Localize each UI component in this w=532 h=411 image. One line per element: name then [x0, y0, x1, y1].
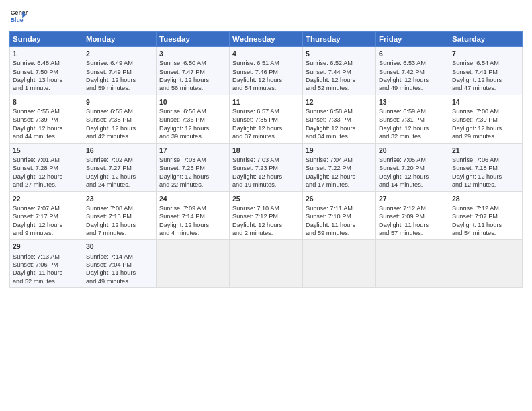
day-info-line: Sunrise: 7:00 AM: [452, 107, 519, 116]
day-info-line: and 39 minutes.: [159, 132, 226, 140]
day-info-line: Sunset: 7:25 PM: [159, 164, 226, 172]
calendar-cell: 7Sunrise: 6:54 AMSunset: 7:41 PMDaylight…: [449, 47, 523, 95]
column-header-sunday: Sunday: [10, 32, 83, 47]
day-info-line: Sunrise: 7:11 AM: [306, 204, 373, 212]
day-info-line: Sunrise: 7:12 AM: [379, 204, 446, 212]
day-info-line: Sunrise: 7:14 AM: [86, 253, 153, 261]
calendar-cell: 10Sunrise: 6:56 AMSunset: 7:36 PMDayligh…: [157, 95, 230, 143]
calendar-week-row: 22Sunrise: 7:07 AMSunset: 7:17 PMDayligh…: [10, 191, 523, 240]
day-info-line: Sunrise: 6:50 AM: [159, 59, 226, 67]
day-info-line: Daylight: 12 hours: [232, 124, 300, 132]
day-info-line: Sunrise: 6:51 AM: [232, 59, 300, 67]
day-info-line: Daylight: 12 hours: [159, 221, 226, 229]
day-number: 27: [379, 194, 446, 203]
day-number: 14: [452, 97, 519, 107]
day-info-line: Sunset: 7:04 PM: [86, 261, 153, 269]
calendar-week-row: 8Sunrise: 6:55 AMSunset: 7:39 PMDaylight…: [10, 95, 523, 143]
day-info-line: and 19 minutes.: [232, 181, 300, 189]
day-info-line: Daylight: 12 hours: [159, 173, 226, 181]
day-info-line: Sunset: 7:44 PM: [306, 68, 373, 76]
day-info-line: Daylight: 11 hours: [306, 221, 373, 229]
day-info-line: Daylight: 12 hours: [306, 124, 373, 132]
day-info-line: Daylight: 12 hours: [452, 124, 519, 132]
day-info-line: and 59 minutes.: [306, 229, 373, 237]
calendar-cell: 28Sunrise: 7:12 AMSunset: 7:07 PMDayligh…: [449, 191, 523, 240]
day-info-line: and 56 minutes.: [159, 84, 226, 92]
day-info-line: Daylight: 11 hours: [379, 221, 446, 229]
day-info-line: Daylight: 12 hours: [232, 173, 300, 181]
day-info-line: Daylight: 12 hours: [159, 76, 226, 84]
day-info-line: Daylight: 12 hours: [379, 173, 446, 181]
day-info-line: Daylight: 12 hours: [86, 221, 153, 229]
calendar-cell: 29Sunrise: 7:13 AMSunset: 7:06 PMDayligh…: [10, 240, 83, 288]
day-info-line: Sunset: 7:42 PM: [379, 68, 446, 76]
day-info-line: Sunrise: 7:10 AM: [232, 204, 300, 212]
day-number: 8: [13, 97, 80, 107]
day-info-line: and 1 minute.: [13, 84, 80, 92]
day-info-line: and 34 minutes.: [306, 132, 373, 140]
calendar-cell: [230, 240, 303, 288]
day-info-line: Sunset: 7:23 PM: [232, 164, 300, 172]
day-number: 9: [86, 97, 153, 107]
day-number: 26: [306, 194, 373, 203]
calendar-cell: 19Sunrise: 7:04 AMSunset: 7:22 PMDayligh…: [303, 143, 376, 191]
day-info-line: Sunrise: 7:03 AM: [232, 156, 300, 164]
day-info-line: Sunset: 7:31 PM: [379, 116, 446, 124]
day-info-line: Sunrise: 7:03 AM: [159, 156, 226, 164]
day-info-line: and 54 minutes.: [232, 84, 300, 92]
day-info-line: Sunrise: 7:08 AM: [86, 204, 153, 212]
calendar-cell: [376, 240, 449, 288]
calendar-cell: 6Sunrise: 6:53 AMSunset: 7:42 PMDaylight…: [376, 47, 449, 95]
day-number: 28: [452, 194, 519, 203]
day-info-line: and 29 minutes.: [452, 132, 519, 140]
day-number: 7: [452, 49, 519, 58]
day-info-line: Sunrise: 7:06 AM: [452, 156, 519, 164]
calendar-cell: [157, 240, 230, 288]
column-header-thursday: Thursday: [303, 32, 376, 47]
day-info-line: Sunrise: 7:02 AM: [86, 156, 153, 164]
calendar-cell: [303, 240, 376, 288]
calendar-cell: 12Sunrise: 6:58 AMSunset: 7:33 PMDayligh…: [303, 95, 376, 143]
day-number: 12: [306, 97, 373, 107]
calendar-cell: 18Sunrise: 7:03 AMSunset: 7:23 PMDayligh…: [230, 143, 303, 191]
day-info-line: Sunrise: 6:57 AM: [232, 107, 300, 116]
day-info-line: Sunset: 7:17 PM: [13, 212, 80, 220]
column-header-saturday: Saturday: [449, 32, 523, 47]
calendar-cell: 20Sunrise: 7:05 AMSunset: 7:20 PMDayligh…: [376, 143, 449, 191]
calendar-cell: 27Sunrise: 7:12 AMSunset: 7:09 PMDayligh…: [376, 191, 449, 240]
day-info-line: Sunrise: 6:52 AM: [306, 59, 373, 67]
day-info-line: and 24 minutes.: [86, 181, 153, 189]
day-number: 17: [159, 146, 226, 155]
calendar-cell: 1Sunrise: 6:48 AMSunset: 7:50 PMDaylight…: [10, 47, 83, 95]
day-info-line: Daylight: 13 hours: [13, 76, 80, 84]
day-number: 16: [86, 146, 153, 155]
day-info-line: Sunset: 7:14 PM: [159, 212, 226, 220]
day-number: 21: [452, 146, 519, 155]
day-info-line: and 52 minutes.: [306, 84, 373, 92]
day-info-line: Sunrise: 6:55 AM: [86, 107, 153, 116]
day-info-line: Sunrise: 7:09 AM: [159, 204, 226, 212]
calendar-table: SundayMondayTuesdayWednesdayThursdayFrid…: [9, 31, 523, 288]
day-info-line: Sunset: 7:20 PM: [379, 164, 446, 172]
day-number: 15: [13, 146, 80, 155]
day-info-line: and 14 minutes.: [379, 181, 446, 189]
day-info-line: Daylight: 12 hours: [86, 76, 153, 84]
calendar-cell: 15Sunrise: 7:01 AMSunset: 7:28 PMDayligh…: [10, 143, 83, 191]
day-number: 29: [13, 242, 80, 251]
day-info-line: Sunset: 7:33 PM: [306, 116, 373, 124]
day-info-line: Sunset: 7:10 PM: [306, 212, 373, 220]
calendar-cell: 17Sunrise: 7:03 AMSunset: 7:25 PMDayligh…: [157, 143, 230, 191]
calendar-cell: 8Sunrise: 6:55 AMSunset: 7:39 PMDaylight…: [10, 95, 83, 143]
day-info-line: Daylight: 12 hours: [86, 124, 153, 132]
calendar-cell: 9Sunrise: 6:55 AMSunset: 7:38 PMDaylight…: [83, 95, 157, 143]
calendar-cell: 5Sunrise: 6:52 AMSunset: 7:44 PMDaylight…: [303, 47, 376, 95]
day-number: 3: [159, 49, 226, 58]
day-info-line: and 37 minutes.: [232, 132, 300, 140]
day-info-line: Sunrise: 6:49 AM: [86, 59, 153, 67]
day-info-line: Daylight: 12 hours: [379, 76, 446, 84]
day-info-line: Sunset: 7:06 PM: [13, 261, 80, 269]
day-number: 22: [13, 194, 80, 203]
calendar-cell: 24Sunrise: 7:09 AMSunset: 7:14 PMDayligh…: [157, 191, 230, 240]
page-header: General Blue: [9, 7, 523, 26]
day-info-line: Sunset: 7:27 PM: [86, 164, 153, 172]
